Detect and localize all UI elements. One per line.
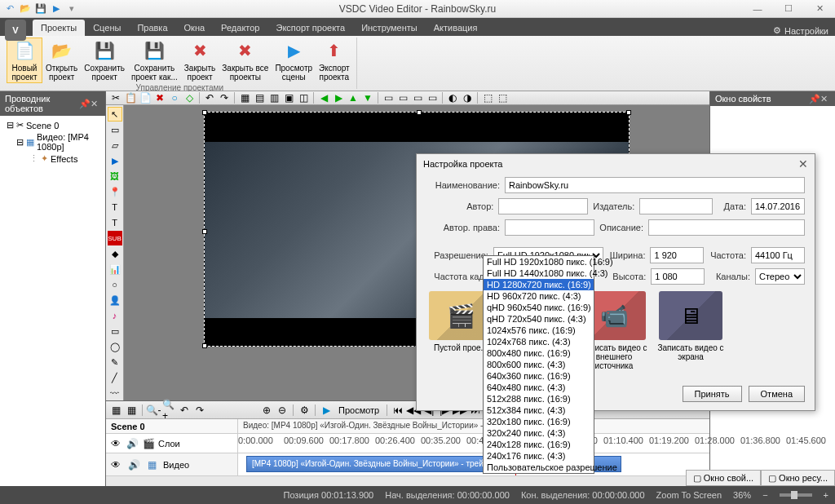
tl-redo-icon[interactable]: ↷ — [193, 404, 206, 417]
ribbon-btn[interactable]: 📄Новыйпроект — [7, 38, 42, 83]
input-date[interactable] — [751, 198, 805, 214]
tl-del-icon[interactable]: ⊖ — [276, 404, 289, 417]
tl-zoomout-icon[interactable]: 🔍- — [147, 404, 160, 417]
tl-settings-icon[interactable]: ⚙ — [298, 404, 311, 417]
status-tab-props[interactable]: ▢Окно свой... — [686, 470, 761, 486]
tl-undo-icon[interactable]: ↶ — [178, 404, 191, 417]
tool-curve[interactable]: 〰 — [108, 386, 122, 400]
resolution-option[interactable]: 512x288 пикс. (16:9) — [484, 393, 594, 405]
timeline-track-video[interactable]: 👁 🔊 ▦ Видео [MP4 1080p] «Изгой-Один. Звё… — [106, 453, 709, 476]
input-width[interactable] — [650, 247, 704, 263]
tool-chart[interactable]: 📊 — [108, 262, 122, 276]
tool-pin[interactable]: 📍 — [108, 184, 122, 199]
more1-icon[interactable]: ◐ — [446, 91, 459, 104]
trk-aud-icon[interactable]: 🔊 — [127, 458, 140, 471]
zoom-plus-icon[interactable]: + — [824, 490, 828, 500]
tool-sub[interactable]: SUB — [108, 231, 122, 245]
input-name[interactable] — [505, 177, 805, 193]
tool-text[interactable]: T — [108, 200, 122, 214]
ribbon-tab[interactable]: Окна — [176, 20, 214, 36]
align5-icon[interactable]: ◫ — [297, 91, 310, 104]
align1-icon[interactable]: ▦ — [238, 91, 251, 104]
tool-video[interactable]: ▶ — [108, 153, 122, 168]
input-freq[interactable] — [751, 247, 805, 263]
tool-page[interactable]: ▱ — [108, 138, 122, 153]
tree-scene[interactable]: ⊟✂Scene 0 — [3, 119, 102, 131]
ribbon-tab[interactable]: Инструменты — [353, 20, 426, 36]
input-author[interactable] — [498, 198, 588, 214]
timeline-ruler[interactable]: 👁 🔊 🎬 Слои 0:00.00000:09.60000:17.80000:… — [106, 434, 709, 453]
resolution-option[interactable]: 240x176 пикс. (4:3) — [484, 450, 594, 462]
tree-video[interactable]: ⊟▦Видео: [MP4 1080p] — [3, 131, 102, 153]
ok-button[interactable]: Принять — [683, 386, 742, 402]
qat-dropdown-icon[interactable]: ▾ — [65, 2, 78, 15]
tl-lock-icon[interactable]: 🎬 — [142, 437, 155, 450]
ribbon-btn[interactable]: 💾Сохранитьпроект — [81, 38, 128, 83]
align2-icon[interactable]: ▤ — [253, 91, 266, 104]
layer1-icon[interactable]: ▭ — [382, 91, 395, 104]
dialog-close-icon[interactable]: ✕ — [798, 157, 808, 170]
status-zoom[interactable]: Zoom To Screen — [656, 490, 722, 500]
undo2-icon[interactable]: ↶ — [203, 91, 216, 104]
ribbon-btn[interactable]: 💾Сохранитьпроект как... — [128, 38, 181, 83]
close-button[interactable]: ✕ — [804, 0, 835, 18]
ribbon-tab[interactable]: Правка — [129, 20, 175, 36]
tl-zoomin-icon[interactable]: 🔍+ — [162, 404, 175, 417]
ribbon-btn[interactable]: ✖Закрыть всепроекты — [219, 38, 272, 83]
align3-icon[interactable]: ▥ — [267, 91, 281, 104]
tool-rect2[interactable]: ▭ — [108, 324, 122, 338]
tree-effects[interactable]: ⋮✦Effects — [3, 153, 102, 165]
close-panel-icon[interactable]: ✕ — [91, 99, 100, 108]
minimize-button[interactable]: — — [742, 0, 773, 18]
tl-grid1-icon[interactable]: ▦ — [109, 404, 122, 417]
more4-icon[interactable]: ⬚ — [496, 91, 509, 104]
ribbon-tab[interactable]: Экспорт проекта — [267, 20, 353, 36]
layer4-icon[interactable]: ▭ — [426, 91, 439, 104]
app-logo[interactable]: V — [5, 20, 26, 41]
tool-ttext[interactable]: T — [108, 215, 122, 230]
resolution-option[interactable]: HD 1280x720 пикс. (16:9) — [484, 279, 594, 290]
circle-icon[interactable]: ○ — [168, 91, 181, 104]
tool-image[interactable]: 🖼 — [108, 169, 122, 183]
resolution-option[interactable]: 800x480 пикс. (16:9) — [484, 347, 594, 359]
trk-type-icon[interactable]: ▦ — [145, 458, 158, 471]
project-tile[interactable]: 🖥Записать видео сэкрана — [656, 291, 725, 370]
resolution-option[interactable]: HD 960x720 пикс. (4:3) — [484, 290, 594, 302]
paste-icon[interactable]: 📄 — [139, 91, 152, 104]
resolution-option[interactable]: Full HD 1920x1080 пикс. (16:9) — [484, 256, 594, 267]
resolution-option[interactable]: qHD 720x540 пикс. (4:3) — [484, 313, 594, 325]
tool-circle[interactable]: ○ — [108, 277, 122, 292]
object-tree[interactable]: ⊟✂Scene 0 ⊟▦Видео: [MP4 1080p] ⋮✦Effects — [0, 116, 105, 486]
tl-vis-icon[interactable]: 👁 — [109, 437, 122, 450]
more2-icon[interactable]: ◑ — [461, 91, 474, 104]
tl-play-icon[interactable]: ▶ — [320, 404, 333, 417]
pin2-icon[interactable]: 📌 — [809, 94, 819, 104]
ribbon-btn[interactable]: ⬆Экспортпроекта — [316, 38, 353, 83]
diamond-icon[interactable]: ◇ — [183, 91, 196, 104]
qat-open-icon[interactable]: 📂 — [19, 2, 32, 15]
resolution-dropdown[interactable]: Full HD 1920x1080 пикс. (16:9)Full HD 14… — [483, 255, 594, 474]
resolution-option[interactable]: qHD 960x540 пикс. (16:9) — [484, 302, 594, 313]
align4-icon[interactable]: ▣ — [282, 91, 295, 104]
copy-icon[interactable]: 📋 — [124, 91, 137, 104]
tool-shape[interactable]: ◆ — [108, 246, 122, 261]
delete-icon[interactable]: ✖ — [153, 91, 166, 104]
resolution-option[interactable]: 640x480 пикс. (4:3) — [484, 382, 594, 393]
ribbon-btn[interactable]: 📂Открытьпроект — [42, 38, 81, 83]
layer2-icon[interactable]: ▭ — [396, 91, 409, 104]
resolution-option[interactable]: 1024x768 пикс. (4:3) — [484, 336, 594, 347]
redo-icon[interactable]: ↷ — [218, 91, 231, 104]
arrow-up-icon[interactable]: ▲ — [347, 91, 360, 104]
layer3-icon[interactable]: ▭ — [411, 91, 424, 104]
more3-icon[interactable]: ⬚ — [481, 91, 494, 104]
ribbon-tab[interactable]: Сцены — [85, 20, 129, 36]
ribbon-btn[interactable]: ▶Просмотрсцены — [272, 38, 316, 83]
cut-icon[interactable]: ✂ — [109, 91, 122, 104]
zoom-minus-icon[interactable]: − — [762, 490, 767, 500]
ribbon-tab[interactable]: Проекты — [33, 20, 85, 36]
status-tab-res[interactable]: ▢Окно ресу... — [761, 470, 835, 486]
input-height[interactable] — [651, 268, 705, 285]
resolution-option[interactable]: 800x600 пикс. (4:3) — [484, 359, 594, 370]
resolution-option[interactable]: Full HD 1440x1080 пикс. (4:3) — [484, 267, 594, 279]
ribbon-tab[interactable]: Редактор — [213, 20, 267, 36]
